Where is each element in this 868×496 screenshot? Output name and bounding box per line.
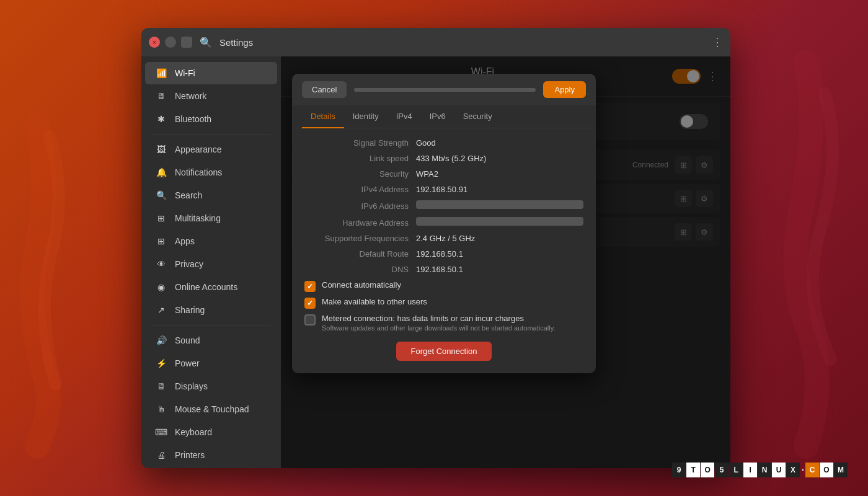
- sharing-icon: ↗: [155, 305, 167, 315]
- forget-button[interactable]: Forget Connection: [396, 342, 492, 361]
- apps-icon: ⊞: [155, 236, 167, 246]
- notifications-icon: 🔔: [155, 167, 167, 177]
- label-ipv4: IPv4 Address: [304, 185, 416, 194]
- sidebar-item-search-label: Search: [175, 190, 202, 200]
- search-sidebar-icon: 🔍: [155, 190, 167, 200]
- label-metered: Metered connection: has data limits or c…: [322, 314, 555, 323]
- check-available-others[interactable]: ✓: [304, 298, 316, 309]
- sidebar-item-displays-label: Displays: [175, 381, 208, 391]
- detail-row-ipv4: IPv4 Address 192.168.50.91: [304, 185, 583, 194]
- sidebar-item-apps-label: Apps: [175, 236, 195, 246]
- sidebar-item-online-accounts[interactable]: ◉ Online Accounts: [145, 276, 277, 298]
- detail-row-security: Security WPA2: [304, 169, 583, 179]
- value-linkspeed: 433 Mb/s (5.2 GHz): [416, 154, 583, 163]
- keyboard-icon: ⌨: [155, 427, 167, 437]
- sidebar-item-appearance-label: Appearance: [175, 144, 222, 154]
- close-button[interactable]: ×: [149, 37, 160, 48]
- checkbox-connect-auto: ✓ Connect automatically: [304, 280, 583, 292]
- multitasking-icon: ⊞: [155, 213, 167, 223]
- detail-row-hardware: Hardware Address: [304, 217, 583, 228]
- sidebar-item-search[interactable]: 🔍 Search: [145, 184, 277, 206]
- window-body: 📶 Wi-Fi 🖥 Network ✱ Bluetooth 🖼 Appearan…: [141, 56, 730, 468]
- sidebar-item-power[interactable]: ⚡ Power: [145, 352, 277, 374]
- tab-ipv6[interactable]: IPv6: [421, 105, 454, 128]
- sidebar-item-keyboard-label: Keyboard: [175, 427, 212, 437]
- sidebar-item-mouse[interactable]: 🖱 Mouse & Touchpad: [145, 398, 277, 420]
- sidebar-item-displays[interactable]: 🖥 Displays: [145, 375, 277, 397]
- value-freq: 2.4 GHz / 5 GHz: [416, 234, 583, 243]
- check-connect-auto[interactable]: ✓: [304, 281, 316, 292]
- tab-ipv4[interactable]: IPv4: [388, 105, 421, 128]
- printers-icon: 🖨: [155, 450, 167, 460]
- value-signal: Good: [416, 138, 583, 148]
- dialog-tabs: Details Identity IPv4 IPv6 Security: [292, 105, 596, 128]
- maximize-button[interactable]: [181, 37, 192, 48]
- sidebar-divider-2: [151, 325, 271, 326]
- tab-security[interactable]: Security: [454, 105, 501, 128]
- sidebar-item-online-accounts-label: Online Accounts: [175, 282, 237, 292]
- sidebar-item-notifications-label: Notifications: [175, 167, 222, 177]
- check-metered[interactable]: [304, 314, 316, 326]
- value-ipv4: 192.168.50.91: [416, 185, 583, 194]
- tab-identity[interactable]: Identity: [344, 105, 388, 128]
- dialog-overlay: Cancel Apply Details Identity IPv4 IPv6 …: [281, 56, 730, 468]
- sidebar-item-privacy-label: Privacy: [175, 259, 203, 269]
- sidebar-item-removable[interactable]: 💾 Removable Media: [145, 467, 277, 468]
- network-details-dialog: Cancel Apply Details Identity IPv4 IPv6 …: [292, 74, 596, 373]
- sidebar-item-appearance[interactable]: 🖼 Appearance: [145, 138, 277, 161]
- apply-button[interactable]: Apply: [543, 81, 586, 98]
- label-linkspeed: Link speed: [304, 154, 416, 163]
- network-icon: 🖥: [155, 91, 167, 101]
- sidebar-item-power-label: Power: [175, 358, 200, 368]
- label-freq: Supported Frequencies: [304, 234, 416, 243]
- tab-details[interactable]: Details: [302, 105, 344, 128]
- sidebar-item-multitasking[interactable]: ⊞ Multitasking: [145, 207, 277, 229]
- checkmark-available-others: ✓: [307, 299, 313, 308]
- detail-row-freq: Supported Frequencies 2.4 GHz / 5 GHz: [304, 234, 583, 243]
- checkbox-metered: Metered connection: has data limits or c…: [304, 314, 583, 332]
- sidebar-item-sharing-label: Sharing: [175, 305, 205, 315]
- power-icon: ⚡: [155, 358, 167, 368]
- sidebar-item-network[interactable]: 🖥 Network: [145, 85, 277, 107]
- detail-row-signal: Signal Strength Good: [304, 138, 583, 148]
- sidebar-item-keyboard[interactable]: ⌨ Keyboard: [145, 421, 277, 443]
- detail-row-linkspeed: Link speed 433 Mb/s (5.2 GHz): [304, 154, 583, 163]
- sidebar-item-printers[interactable]: 🖨 Printers: [145, 444, 277, 466]
- sidebar-item-privacy[interactable]: 👁 Privacy: [145, 253, 277, 275]
- label-route: Default Route: [304, 249, 416, 259]
- sound-icon: 🔊: [155, 335, 167, 345]
- appearance-icon: 🖼: [155, 144, 167, 154]
- online-accounts-icon: ◉: [155, 282, 167, 292]
- close-icon: ×: [153, 38, 156, 46]
- label-dns: DNS: [304, 265, 416, 274]
- value-hardware: [416, 217, 583, 226]
- value-ipv6: [416, 200, 583, 209]
- menu-button[interactable]: ⋮: [712, 35, 723, 49]
- bluetooth-icon: ✱: [155, 114, 167, 124]
- sidebar-item-sound[interactable]: 🔊 Sound: [145, 329, 277, 352]
- minimize-button[interactable]: [165, 37, 176, 48]
- cancel-button[interactable]: Cancel: [302, 81, 347, 98]
- window-controls: ×: [149, 37, 192, 48]
- main-content: Wi-Fi Connected ⋮ Airplane Mode Disables…: [281, 56, 730, 468]
- sidebar-item-bluetooth[interactable]: ✱ Bluetooth: [145, 108, 277, 130]
- sidebar-item-network-label: Network: [175, 91, 206, 101]
- wifi-icon: 📶: [155, 68, 167, 78]
- dialog-header: Cancel Apply: [292, 74, 596, 105]
- dialog-title-bar: [354, 88, 536, 92]
- sidebar-divider-1: [151, 134, 271, 135]
- window-title: Settings: [212, 37, 712, 48]
- sidebar-item-notifications[interactable]: 🔔 Notifications: [145, 161, 277, 184]
- sidebar-item-sharing[interactable]: ↗ Sharing: [145, 299, 277, 321]
- sublabel-metered: Software updates and other large downloa…: [322, 324, 555, 332]
- label-available-others: Make available to other users: [322, 297, 427, 306]
- watermark: 9 T O 5 L I N U X · C O M: [672, 463, 848, 477]
- sidebar-item-apps[interactable]: ⊞ Apps: [145, 230, 277, 252]
- mouse-icon: 🖱: [155, 404, 167, 414]
- sidebar-item-wifi[interactable]: 📶 Wi-Fi: [145, 62, 277, 84]
- label-ipv6: IPv6 Address: [304, 202, 416, 211]
- sidebar-item-sound-label: Sound: [175, 335, 200, 345]
- search-icon[interactable]: 🔍: [200, 37, 212, 48]
- label-signal: Signal Strength: [304, 138, 416, 148]
- label-security: Security: [304, 169, 416, 179]
